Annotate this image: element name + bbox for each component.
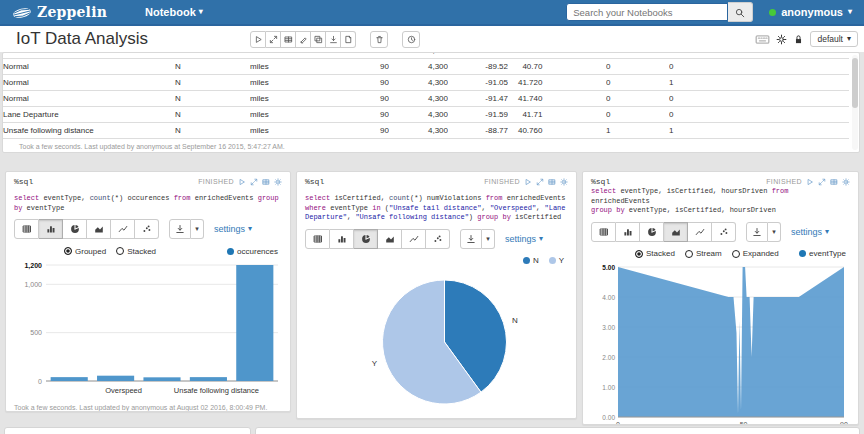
search-input[interactable] (566, 3, 728, 21)
clear-output-icon (299, 35, 308, 44)
user-menu[interactable]: anonymous ▾ (769, 6, 852, 18)
paragraph-header: %sql FINISHED (14, 177, 282, 186)
pie-chart-button[interactable] (640, 222, 664, 242)
interpreter-default-dropdown[interactable]: default ▾ (810, 31, 858, 47)
radio-expanded[interactable]: Expanded (732, 249, 779, 258)
legend-item-eventType[interactable]: eventType (799, 249, 846, 258)
table-cell: miles (250, 59, 325, 75)
table-cell: N (175, 91, 250, 107)
legend-item-N[interactable]: N (523, 256, 539, 265)
zeppelin-brand[interactable]: Zeppelin (12, 3, 107, 21)
table-chart-button[interactable] (305, 229, 330, 249)
interpreter-gear-icon[interactable] (776, 34, 787, 45)
pie-chart-button[interactable] (354, 229, 378, 249)
remove-note-button[interactable] (370, 31, 388, 48)
download-caret-button[interactable]: ▾ (768, 222, 781, 242)
toggle-editor-button[interactable] (548, 178, 556, 186)
table-scroll-area[interactable]: Unsafe tail distanceNmiles904,300-91.474… (3, 53, 849, 141)
scatter-chart-button[interactable] (426, 229, 450, 249)
username: anonymous (781, 6, 843, 18)
table-cell (759, 107, 849, 123)
run-all-icon (254, 35, 263, 44)
search-button[interactable] (728, 2, 753, 22)
paragraph-settings-icon (560, 178, 568, 186)
chart-toolbar: ▾ settings ▾ (591, 222, 850, 242)
run-paragraph-button[interactable] (524, 178, 532, 186)
bar-chart-button[interactable] (616, 222, 640, 242)
svg-text:50: 50 (740, 421, 748, 426)
line-chart-button[interactable] (402, 229, 426, 249)
keyboard-shortcuts-icon[interactable] (755, 32, 770, 47)
toggle-editor-button[interactable] (262, 178, 270, 186)
chevron-down-icon: ▾ (248, 225, 252, 233)
scatter-chart-button[interactable] (712, 222, 736, 242)
area-chart-button[interactable] (87, 219, 111, 239)
settings-link[interactable]: settings ▾ (505, 234, 543, 244)
toggle-output-button[interactable] (281, 31, 296, 48)
legend-item-Y[interactable]: Y (549, 256, 564, 265)
notebook-menu[interactable]: Notebook ▾ (145, 6, 203, 18)
area-chart: 0.001.002.003.004.005.0005090 (591, 262, 850, 426)
table-cell: -88.77 (448, 123, 508, 139)
table-cell: 4,300 (389, 91, 448, 107)
toggle-code-button[interactable] (266, 31, 281, 48)
note-permissions-lock-icon[interactable] (793, 34, 804, 45)
toggle-output-icon (284, 35, 293, 44)
run-scheduler-button[interactable] (402, 31, 420, 48)
settings-link[interactable]: settings ▾ (791, 227, 829, 237)
pie-chart-icon (361, 234, 371, 244)
area-chart-button[interactable] (378, 229, 402, 249)
commit-button[interactable] (341, 31, 356, 48)
line-chart-button[interactable] (111, 219, 135, 239)
radio-icon (732, 250, 740, 258)
scatter-chart-icon (433, 234, 443, 244)
paragraph-settings-button[interactable] (274, 178, 282, 186)
area-chart-button[interactable] (664, 222, 688, 242)
radio-stacked[interactable]: Stacked (116, 247, 156, 256)
download-caret-button[interactable]: ▾ (191, 219, 204, 239)
sql-code[interactable]: select isCertified, count(*) numViolatio… (305, 194, 568, 223)
sql-code[interactable]: select eventType, isCertified, hoursDriv… (591, 187, 850, 216)
toggle-editor-button[interactable] (830, 178, 838, 186)
table-cell: 41.72 (508, 75, 538, 91)
expand-paragraph-button[interactable] (536, 178, 544, 186)
table-chart-button[interactable] (14, 219, 39, 239)
run-paragraph-button[interactable] (238, 178, 246, 186)
radio-stacked[interactable]: Stacked (635, 249, 675, 258)
paragraph-settings-button[interactable] (842, 178, 850, 186)
run-all-button[interactable] (250, 31, 266, 48)
clear-output-button[interactable] (296, 31, 311, 48)
note-title[interactable]: IoT Data Analysis (16, 29, 148, 49)
clone-note-button[interactable] (311, 31, 326, 48)
sql-code[interactable]: select eventType, count(*) occurences fr… (14, 194, 282, 213)
expand-paragraph-button[interactable] (250, 178, 258, 186)
download-button[interactable] (169, 219, 191, 239)
settings-link[interactable]: settings ▾ (214, 224, 252, 234)
area-chart-icon (671, 227, 681, 237)
expand-paragraph-button[interactable] (818, 178, 826, 186)
table-cell: miles (250, 107, 325, 123)
table-cell (759, 75, 849, 91)
pie-chart-button[interactable] (63, 219, 87, 239)
paragraph-settings-button[interactable] (560, 178, 568, 186)
download-button[interactable] (746, 222, 768, 242)
line-chart-button[interactable] (688, 222, 712, 242)
export-note-button[interactable] (326, 31, 341, 48)
table-cell: N (175, 75, 250, 91)
radio-stream[interactable]: Stream (685, 249, 722, 258)
radio-label: Stacked (646, 249, 675, 258)
run-paragraph-button[interactable] (806, 178, 814, 186)
download-button[interactable] (460, 229, 482, 249)
scatter-chart-button[interactable] (135, 219, 159, 239)
table-row: NormalNmiles904,300-91.4741.74000 (3, 91, 849, 107)
radio-grouped[interactable]: Grouped (64, 247, 106, 256)
table-chart-button[interactable] (591, 222, 616, 242)
table-cell: 90 (325, 75, 389, 91)
bar-chart-button[interactable] (330, 229, 354, 249)
legend-item-occurences[interactable]: occurences (227, 247, 278, 256)
download-caret-button[interactable]: ▾ (482, 229, 495, 249)
bar-chart-button[interactable] (39, 219, 63, 239)
table-scrollbar-thumb[interactable] (852, 58, 858, 108)
table-scrollbar-track[interactable] (852, 55, 858, 150)
run-paragraph-icon (806, 178, 814, 186)
